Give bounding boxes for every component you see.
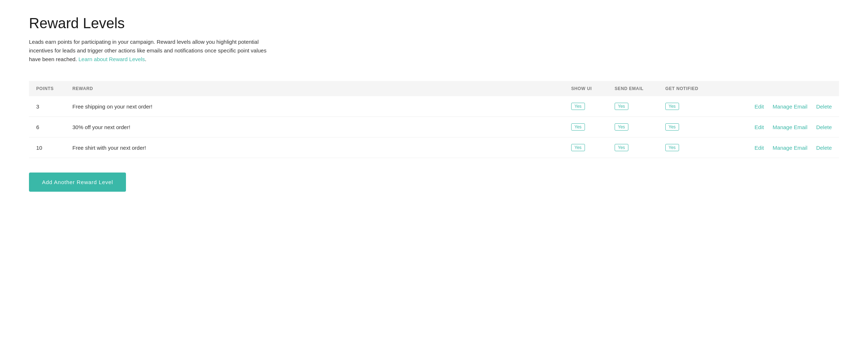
col-header-actions [716,81,839,96]
table-row: 10 Free shirt with your next order! Yes … [29,137,839,158]
cell-show-ui: Yes [564,96,607,117]
cell-send-email: Yes [607,117,658,137]
send-email-badge: Yes [615,123,628,131]
send-email-badge: Yes [615,103,628,110]
get-notified-badge: Yes [665,103,679,110]
add-reward-level-button[interactable]: Add Another Reward Level [29,173,126,192]
edit-link[interactable]: Edit [755,103,764,110]
cell-show-ui: Yes [564,137,607,158]
cell-get-notified: Yes [658,117,716,137]
cell-points: 10 [29,137,65,158]
cell-actions: Edit Manage Email Delete [716,117,839,137]
edit-link[interactable]: Edit [755,124,764,130]
col-header-reward: REWARD [65,81,564,96]
table-header-row: POINTS REWARD SHOW UI SEND EMAIL GET NOT… [29,81,839,96]
table-row: 3 Free shipping on your next order! Yes … [29,96,839,117]
manage-email-link[interactable]: Manage Email [773,145,808,151]
page-description: Leads earn points for participating in y… [29,38,275,64]
cell-get-notified: Yes [658,96,716,117]
manage-email-link[interactable]: Manage Email [773,124,808,130]
cell-actions: Edit Manage Email Delete [716,96,839,117]
col-header-send-email: SEND EMAIL [607,81,658,96]
cell-reward: Free shirt with your next order! [65,137,564,158]
show-ui-badge: Yes [571,144,585,151]
page-title: Reward Levels [29,14,839,32]
reward-levels-table: POINTS REWARD SHOW UI SEND EMAIL GET NOT… [29,81,839,158]
manage-email-link[interactable]: Manage Email [773,103,808,110]
col-header-points: POINTS [29,81,65,96]
cell-points: 6 [29,117,65,137]
delete-link[interactable]: Delete [816,103,832,110]
learn-more-link[interactable]: Learn about Reward Levels [79,56,145,62]
edit-link[interactable]: Edit [755,145,764,151]
cell-actions: Edit Manage Email Delete [716,137,839,158]
show-ui-badge: Yes [571,123,585,131]
col-header-get-notified: GET NOTIFIED [658,81,716,96]
col-header-show-ui: SHOW UI [564,81,607,96]
cell-get-notified: Yes [658,137,716,158]
cell-reward: Free shipping on your next order! [65,96,564,117]
cell-reward: 30% off your next order! [65,117,564,137]
cell-send-email: Yes [607,137,658,158]
send-email-badge: Yes [615,144,628,151]
cell-send-email: Yes [607,96,658,117]
cell-show-ui: Yes [564,117,607,137]
table-row: 6 30% off your next order! Yes Yes Yes E… [29,117,839,137]
get-notified-badge: Yes [665,123,679,131]
reward-levels-table-wrapper: POINTS REWARD SHOW UI SEND EMAIL GET NOT… [29,81,839,158]
delete-link[interactable]: Delete [816,124,832,130]
cell-points: 3 [29,96,65,117]
description-text: Leads earn points for participating in y… [29,39,266,62]
show-ui-badge: Yes [571,103,585,110]
get-notified-badge: Yes [665,144,679,151]
delete-link[interactable]: Delete [816,145,832,151]
